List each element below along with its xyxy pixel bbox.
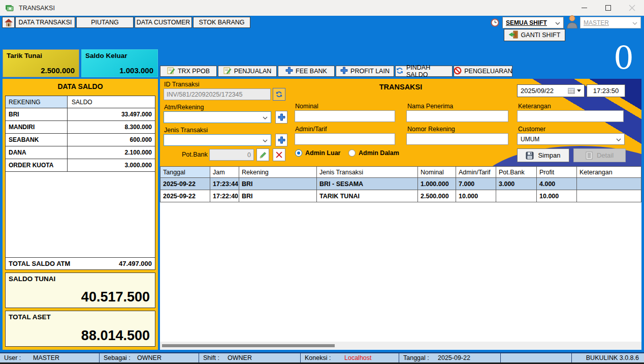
customer-select[interactable]: UMUM <box>517 133 625 145</box>
grid-header-row: Tanggal Jam Rekening Jenis Transaksi Nom… <box>160 167 641 178</box>
saldo-table: REKENING SALDO BRI 33.497.000 MANDIRI 8.… <box>5 96 155 270</box>
add-rekening-button[interactable] <box>275 111 287 124</box>
user-value: MASTER <box>33 354 59 361</box>
keterangan-input[interactable] <box>517 110 624 122</box>
cell-keterangan <box>577 178 641 190</box>
ganti-shift-button[interactable]: GANTI SHIFT <box>504 29 565 41</box>
pindah-saldo-button[interactable]: PINDAH SALDO <box>395 66 453 77</box>
note-edit-icon <box>167 67 175 76</box>
saldo-tunai-label: SALDO TUNAI <box>9 275 55 283</box>
col-admin-tarif[interactable]: Admin/Tarif <box>456 167 496 178</box>
keterangan-label: Keterangan <box>518 103 551 110</box>
action-label: PENGELUARAN <box>464 68 512 75</box>
pot-bank-input[interactable] <box>209 149 254 161</box>
saldo-row[interactable]: ORDER KUOTA 3.000.000 <box>6 159 155 172</box>
minimize-button[interactable] <box>572 0 596 16</box>
atm-rekening-select[interactable] <box>164 111 271 123</box>
tab-piutang[interactable]: PIUTANG <box>76 17 134 28</box>
cell-pot-bank <box>496 190 537 202</box>
tab-data-customer[interactable]: DATA CUSTOMER <box>135 17 192 28</box>
tarik-tunai-card[interactable]: Tarik Tunai 2.500.000 <box>3 49 79 77</box>
shift-value: OWNER <box>228 354 252 361</box>
admin-dalam-option[interactable]: Admin Dalam <box>348 149 399 157</box>
close-button[interactable] <box>620 0 644 16</box>
penjualan-button[interactable]: PENJUALAN <box>218 66 277 77</box>
customer-label: Customer <box>518 126 545 133</box>
nama-penerima-label: Nama Penerima <box>407 103 453 110</box>
nomor-rekening-input[interactable] <box>406 133 508 145</box>
status-sebagai: Sebagai : OWNER <box>100 353 199 362</box>
saldo-row[interactable]: DANA 2.100.000 <box>6 146 155 159</box>
scrollbar-thumb[interactable] <box>162 344 335 347</box>
col-saldo[interactable]: SALDO <box>68 99 155 106</box>
floppy-icon <box>526 151 534 160</box>
profit-lain-button[interactable]: PROFIT LAIN <box>336 66 394 77</box>
user-select-value: MASTER <box>584 19 609 26</box>
chevron-down-icon <box>555 19 560 26</box>
date-picker[interactable]: 2025/09/22 <box>517 84 585 97</box>
action-label: TRX PPOB <box>178 68 210 75</box>
maximize-button[interactable] <box>596 0 620 16</box>
saldo-keluar-label: Saldo Keluar <box>85 52 154 59</box>
cell-profit: 10.000 <box>537 190 577 202</box>
action-button-row: TRX PPOB PENJUALAN FEE BANK PROFIT LAIN … <box>160 66 512 77</box>
col-rekening[interactable]: Rekening <box>239 167 317 178</box>
tarik-tunai-label: Tarik Tunai <box>7 52 75 59</box>
customer-value: UMUM <box>521 136 539 143</box>
saldo-row[interactable]: BRI 33.497.000 <box>6 108 155 121</box>
admin-tarif-input[interactable] <box>295 133 395 145</box>
col-tanggal[interactable]: Tanggal <box>160 167 210 178</box>
saldo-row[interactable]: SEABANK 600.000 <box>6 134 155 146</box>
table-row[interactable]: 2025-09-22 17:23:44 BRI BRI - SESAMA 1.0… <box>160 178 641 190</box>
tab-data-transaksi[interactable]: DATA TRANSAKSI <box>15 17 75 28</box>
clear-pot-bank-button[interactable] <box>273 148 285 161</box>
shift-select[interactable]: SEMUA SHIFT <box>502 17 564 28</box>
col-pot-bank[interactable]: Pot.Bank <box>496 167 537 178</box>
simpan-label: Simpan <box>538 151 560 159</box>
saldo-row[interactable]: MANDIRI 8.300.000 <box>6 121 155 134</box>
nominal-input[interactable] <box>295 110 395 122</box>
cell-admin: 7.000 <box>456 178 496 190</box>
col-nominal[interactable]: Nominal <box>418 167 456 178</box>
cell-keterangan <box>577 190 641 202</box>
horizontal-scrollbar[interactable] <box>160 342 641 349</box>
jenis-transaksi-select[interactable] <box>164 134 271 146</box>
saldo-cell: 8.300.000 <box>68 124 155 131</box>
pengeluaran-button[interactable]: PENGELUARAN <box>454 66 512 77</box>
refresh-id-button[interactable] <box>273 88 285 101</box>
table-row[interactable]: 2025-09-22 17:22:40 BRI TARIK TUNAI 2.50… <box>160 190 641 202</box>
saldo-keluar-card[interactable]: Saldo Keluar 1.003.000 <box>81 49 158 77</box>
data-saldo-title: DATA SALDO <box>3 82 158 90</box>
total-aset-label: TOTAL ASET <box>9 313 51 321</box>
fee-bank-button[interactable]: FEE BANK <box>278 66 335 77</box>
home-button[interactable] <box>2 17 15 28</box>
simpan-button[interactable]: Simpan <box>517 148 569 162</box>
jenis-transaksi-label: Jenis Transaksi <box>164 127 208 134</box>
user-select[interactable]: MASTER <box>580 17 641 28</box>
admin-luar-option[interactable]: Admin Luar <box>295 149 340 157</box>
col-jenis-transaksi[interactable]: Jenis Transaksi <box>317 167 418 178</box>
total-saldo-atm-value: 47.497.000 <box>119 260 155 267</box>
saldo-table-header[interactable]: REKENING SALDO <box>6 96 155 108</box>
col-profit[interactable]: Profit <box>537 167 577 178</box>
id-transaksi-input[interactable] <box>164 88 271 100</box>
action-label: PENJUALAN <box>234 68 272 75</box>
saldo-cell: 2.100.000 <box>68 149 155 156</box>
nama-penerima-input[interactable] <box>406 110 508 122</box>
detail-button[interactable]: Detail <box>573 148 626 162</box>
col-rekening[interactable]: REKENING <box>6 96 68 108</box>
edit-pot-bank-button[interactable] <box>256 148 269 161</box>
shift-label: Shift : <box>203 354 228 361</box>
cell-jenis: TARIK TUNAI <box>317 190 418 202</box>
user-icon <box>566 15 578 30</box>
trx-ppob-button[interactable]: TRX PPOB <box>160 66 217 77</box>
add-jenis-button[interactable] <box>275 134 287 146</box>
total-saldo-atm-label: TOTAL SALDO ATM <box>6 260 70 267</box>
date-value: 2025/09/22 <box>521 87 554 95</box>
col-jam[interactable]: Jam <box>210 167 239 178</box>
clock-icon <box>491 18 499 28</box>
cell-jam: 17:23:44 <box>210 178 239 190</box>
tab-stok-barang[interactable]: STOK BARANG <box>193 17 250 28</box>
col-keterangan[interactable]: Keterangan <box>577 167 641 178</box>
chevron-down-icon <box>263 137 268 144</box>
